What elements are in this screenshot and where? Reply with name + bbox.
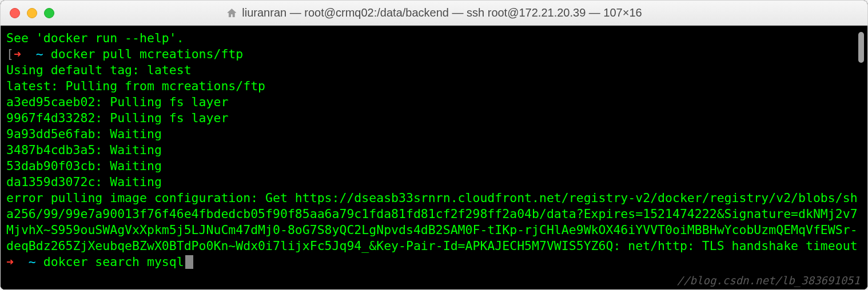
prompt-path: ~ (29, 255, 36, 269)
terminal-line: a3ed95caeb02: Pulling fs layer (6, 94, 862, 110)
minimize-button[interactable] (27, 8, 37, 18)
close-button[interactable] (10, 8, 20, 18)
terminal-line: See 'docker run --help'. (6, 30, 862, 46)
home-icon (226, 7, 237, 19)
prompt-arrow-icon: ➜ (6, 255, 14, 269)
command-text: dokcer search mysql (43, 255, 184, 269)
command-text: docker pull mcreations/ftp (51, 47, 244, 61)
prompt-arrow-icon: ➜ (14, 47, 21, 61)
terminal-line: 3487b4cdb3a5: Waiting (6, 142, 862, 158)
terminal-line: 9a93dd5e6fab: Waiting (6, 126, 862, 142)
scrollbar-thumb[interactable] (858, 32, 864, 63)
prompt-bracket: [ (6, 47, 14, 61)
terminal-body[interactable]: See 'docker run --help'.[➜ ~ docker pull… (1, 26, 867, 289)
maximize-button[interactable] (44, 8, 54, 18)
titlebar: liuranran — root@crmq02:/data/backend — … (1, 1, 867, 26)
terminal-line: 9967f4d33282: Pulling fs layer (6, 110, 862, 126)
terminal-line: latest: Pulling from mcreations/ftp (6, 78, 862, 94)
terminal-line: Using default tag: latest (6, 62, 862, 78)
terminal-line: [➜ ~ docker pull mcreations/ftp (6, 46, 862, 62)
terminal-line: error pulling image configuration: Get h… (6, 190, 862, 254)
watermark: //blog.csdn.net/lb_383691051 (677, 274, 860, 287)
terminal-line: 53dab90f03cb: Waiting (6, 158, 862, 174)
terminal-window: liuranran — root@crmq02:/data/backend — … (0, 0, 868, 290)
prompt-path: ~ (36, 47, 43, 61)
terminal-line: ➜ ~ dokcer search mysql (6, 254, 862, 270)
traffic-lights (10, 8, 54, 18)
window-title: liuranran — root@crmq02:/data/backend — … (242, 6, 642, 19)
terminal-line: da1359d3072c: Waiting (6, 174, 862, 190)
cursor (185, 255, 193, 269)
window-title-group: liuranran — root@crmq02:/data/backend — … (226, 6, 642, 19)
